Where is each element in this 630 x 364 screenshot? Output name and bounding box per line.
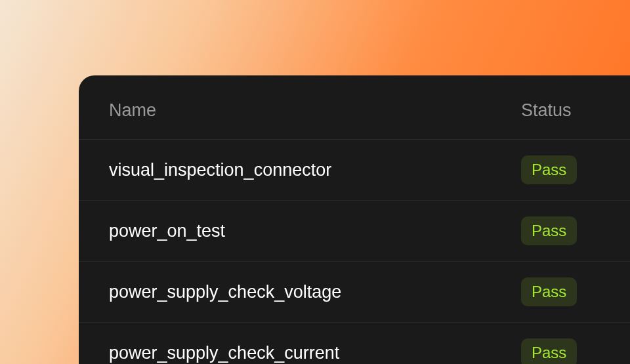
test-name: power_supply_check_voltage bbox=[109, 282, 341, 302]
header-name-label: Name bbox=[109, 100, 156, 120]
test-name: power_supply_check_current bbox=[109, 343, 339, 363]
column-header-status: Status bbox=[521, 100, 600, 121]
table-header-row: Name Status bbox=[79, 75, 630, 140]
status-badge: Pass bbox=[521, 338, 577, 364]
status-badge: Pass bbox=[521, 277, 577, 306]
test-name: visual_inspection_connector bbox=[109, 160, 331, 180]
test-name: power_on_test bbox=[109, 221, 225, 241]
table-row[interactable]: visual_inspection_connector Pass bbox=[79, 140, 630, 201]
header-status-label: Status bbox=[521, 100, 572, 121]
status-badge: Pass bbox=[521, 155, 577, 184]
table-row[interactable]: power_on_test Pass bbox=[79, 201, 630, 262]
results-panel: Name Status visual_inspection_connector … bbox=[79, 75, 630, 364]
table-row[interactable]: power_supply_check_current Pass bbox=[79, 323, 630, 364]
column-header-name: Name bbox=[109, 100, 521, 121]
status-badge: Pass bbox=[521, 216, 577, 245]
table-row[interactable]: power_supply_check_voltage Pass bbox=[79, 262, 630, 323]
results-table: Name Status visual_inspection_connector … bbox=[79, 75, 630, 364]
